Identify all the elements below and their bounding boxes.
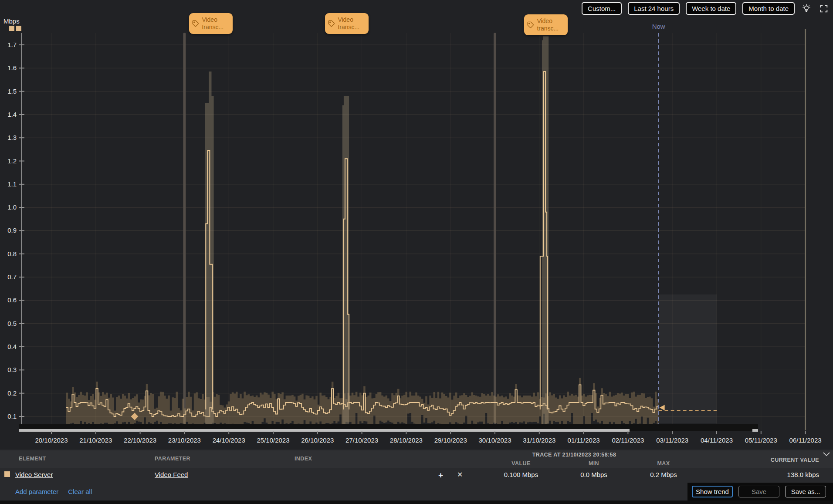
col-header-parameter: PARAMETER [155, 456, 190, 462]
last-24-hours-button[interactable]: Last 24 hours [628, 2, 680, 15]
add-parameter-link[interactable]: Add parameter [15, 488, 58, 495]
save-as-button[interactable]: Save as... [785, 486, 826, 497]
trend-window: Custom... Last 24 hours Week to date Mon… [0, 0, 833, 504]
element-link[interactable]: Video Server [15, 471, 53, 478]
trend-chart[interactable]: Now1.71.61.51.41.31.21.11.00.90.80.70.60… [0, 0, 833, 450]
annotation-label: Video transc... [338, 16, 366, 31]
date-label: 06/11/2023 [789, 436, 822, 444]
date-label: 20/10/2023 [35, 436, 68, 444]
trace-min: 0.0 Mbps [572, 471, 616, 478]
fullscreen-icon[interactable] [818, 3, 830, 14]
y-tick-label: 0.4 [7, 343, 17, 350]
date-label: 30/10/2023 [478, 436, 511, 444]
date-label: 26/10/2023 [301, 436, 334, 444]
clear-all-link[interactable]: Clear all [68, 488, 92, 495]
y-tick-label: 1.2 [7, 157, 17, 165]
date-label: 03/11/2023 [656, 436, 688, 444]
col-header-index: INDEX [295, 456, 312, 462]
y-tick-label: 1.1 [7, 180, 17, 188]
y-tick-label: 1.3 [7, 134, 17, 141]
col-header-trace-at: TRACE AT 21/10/2023 20:58:58 [496, 452, 653, 458]
add-trace-button[interactable]: + [438, 471, 443, 479]
col-header-value: VALUE [499, 460, 543, 467]
date-label: 22/10/2023 [124, 436, 156, 444]
month-to-date-button[interactable]: Month to date [742, 2, 795, 15]
date-label: 24/10/2023 [213, 436, 245, 444]
col-header-max: MAX [642, 460, 685, 467]
y-tick-label: 0.3 [7, 366, 17, 373]
trace-value: 0.100 Mbps [499, 471, 543, 478]
time-range-toolbar: Custom... Last 24 hours Week to date Mon… [582, 2, 830, 15]
forecast-box [659, 294, 717, 423]
y-tick-label: 0.5 [7, 320, 17, 327]
col-header-min: MIN [572, 460, 616, 467]
y-tick-label: 1.0 [7, 203, 17, 211]
series-legend [9, 26, 21, 31]
annotation-label: Video transc... [202, 16, 230, 31]
date-label: 05/11/2023 [745, 436, 777, 444]
annotation-tag-2[interactable]: Video transc... [325, 13, 369, 34]
series-color-swatch [4, 471, 10, 477]
date-label: 28/10/2023 [390, 436, 423, 444]
y-tick-label: 1.6 [7, 64, 17, 71]
tag-icon [192, 18, 199, 29]
y-tick-label: 0.7 [7, 273, 17, 281]
y-tick-label: 1.7 [7, 41, 17, 48]
event-marker-bar[interactable] [183, 33, 186, 430]
table-header-band: ELEMENT PARAMETER INDEX TRACE AT 21/10/2… [0, 450, 833, 468]
week-to-date-button[interactable]: Week to date [686, 2, 736, 15]
annotation-tag-1[interactable]: Video transc... [189, 13, 233, 34]
y-tick-label: 0.8 [7, 250, 17, 257]
date-label: 23/10/2023 [168, 436, 201, 444]
tag-icon [328, 18, 335, 29]
date-label: 21/10/2023 [79, 436, 112, 444]
remove-trace-button[interactable]: ✕ [457, 471, 463, 478]
date-label: 02/11/2023 [612, 436, 644, 444]
y-tick-label: 0.9 [7, 227, 17, 234]
y-tick-label: 1.4 [7, 111, 17, 118]
tips-lightbulb-icon[interactable] [801, 3, 812, 14]
annotation-tag-3[interactable]: Video transc... [524, 14, 568, 35]
legend-square-avg [9, 26, 14, 31]
save-button[interactable]: Save [738, 486, 779, 497]
event-marker-bar[interactable] [494, 33, 496, 430]
now-label: Now [652, 23, 665, 30]
annotation-label: Video transc... [537, 17, 565, 32]
legend-square-minmax [16, 26, 21, 31]
scrollbar-end-nub[interactable] [752, 429, 758, 432]
col-header-current-value: CURRENT VALUE [771, 457, 819, 463]
y-tick-label: 1.5 [7, 88, 17, 95]
current-value: 138.0 kbps [787, 471, 819, 478]
footer-links: Add parameter Clear all [15, 488, 92, 495]
date-label: 25/10/2023 [257, 436, 289, 444]
col-header-element: ELEMENT [19, 456, 46, 462]
y-tick-label: 0.6 [7, 296, 17, 304]
trace-max: 0.2 Mbps [642, 471, 685, 478]
scrollbar-thumb[interactable] [19, 429, 630, 432]
custom-range-button[interactable]: Custom... [582, 2, 622, 15]
date-label: 29/10/2023 [434, 436, 467, 444]
date-label: 01/11/2023 [568, 436, 600, 444]
y-axis-unit-label: Mbps [3, 17, 20, 25]
collapse-chevron-icon[interactable] [823, 451, 830, 457]
footer-buttons: Show trend Save Save as... [692, 486, 826, 497]
window-bottom-edge [0, 501, 833, 504]
tag-icon [527, 20, 534, 30]
date-label: 31/10/2023 [523, 436, 555, 444]
parameter-link[interactable]: Video Feed [155, 471, 188, 478]
show-trend-button[interactable]: Show trend [692, 486, 733, 497]
y-tick-label: 0.2 [7, 389, 17, 397]
date-label: 04/11/2023 [701, 436, 733, 444]
trend-chart-area: Now1.71.61.51.41.31.21.11.00.90.80.70.60… [0, 0, 833, 450]
y-tick-label: 0.1 [7, 413, 17, 420]
date-label: 27/10/2023 [345, 436, 378, 444]
